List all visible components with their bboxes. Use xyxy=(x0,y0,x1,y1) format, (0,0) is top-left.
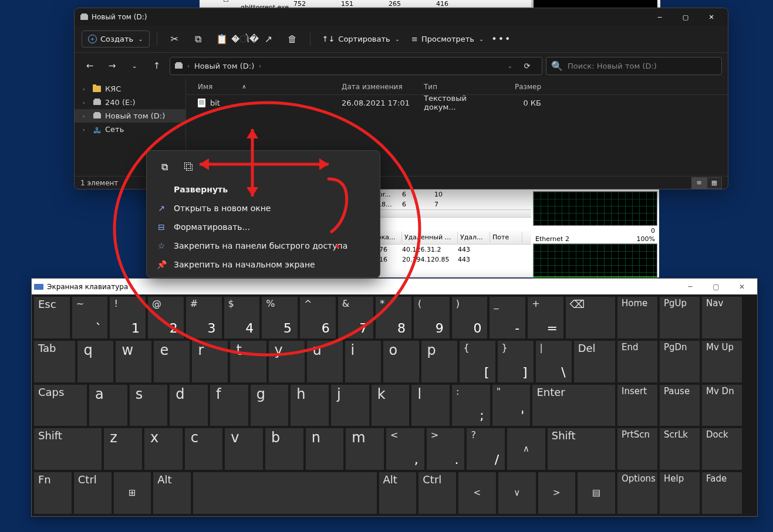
key-<[interactable]: < xyxy=(458,472,496,514)
key-+[interactable]: += xyxy=(528,297,563,338)
key-x[interactable]: x xyxy=(144,428,183,470)
key-mv up[interactable]: Mv Up xyxy=(702,341,742,382)
key-o[interactable]: o xyxy=(383,341,419,382)
key-scrlk[interactable]: ScrLk xyxy=(660,428,700,470)
menu-item-expand[interactable]: Развернуть xyxy=(147,180,380,199)
key-insert[interactable]: Insert xyxy=(617,385,657,426)
key-▤[interactable]: ▤ xyxy=(578,472,615,514)
key-a[interactable]: a xyxy=(89,385,127,426)
up-button[interactable]: ↑ xyxy=(147,57,166,74)
key->[interactable]: >. xyxy=(427,428,465,470)
key-$[interactable]: $4 xyxy=(224,297,260,338)
key-|[interactable]: |\ xyxy=(536,341,572,382)
rename-button[interactable]: �ો� xyxy=(235,30,256,49)
key-Shift[interactable]: Shift xyxy=(548,428,615,470)
view-button[interactable]: ≡ Просмотреть ⌄ xyxy=(407,31,488,47)
key-f[interactable]: f xyxy=(210,385,248,426)
key-<[interactable]: <, xyxy=(386,428,424,470)
key-"[interactable]: "' xyxy=(492,385,531,426)
key-g[interactable]: g xyxy=(251,385,289,426)
tree-item-selected[interactable]: › Новый том (D:) xyxy=(75,109,185,123)
key-~[interactable]: ~` xyxy=(72,297,108,338)
key-∧[interactable]: ∧ xyxy=(507,428,545,470)
copy-button[interactable]: ⧉ xyxy=(188,30,209,49)
key-Fn[interactable]: Fn xyxy=(34,472,72,514)
key-Enter[interactable]: Enter xyxy=(532,385,615,426)
minimize-button[interactable]: ─ xyxy=(677,283,703,291)
key-Ctrl[interactable]: Ctrl xyxy=(418,472,456,514)
key-i[interactable]: i xyxy=(345,341,381,382)
key-home[interactable]: Home xyxy=(617,297,657,338)
key->[interactable]: > xyxy=(538,472,576,514)
key-Esc[interactable]: Esc xyxy=(34,297,70,338)
key-&[interactable]: &7 xyxy=(338,297,374,338)
tiles-view-button[interactable]: ▦ xyxy=(707,177,722,189)
share-button[interactable]: ↗ xyxy=(258,30,279,49)
more-button[interactable]: ••• xyxy=(491,30,512,49)
forward-button[interactable]: → xyxy=(103,57,121,74)
maximize-button[interactable]: ▢ xyxy=(673,9,698,25)
key-help[interactable]: Help xyxy=(660,472,700,514)
osk-titlebar[interactable]: Экранная клавиатура ─ ▢ ✕ xyxy=(32,279,757,294)
key-t[interactable]: t xyxy=(230,341,266,382)
back-button[interactable]: ← xyxy=(80,57,99,74)
menu-item-open-new-window[interactable]: ↗ Открыть в новом окне xyxy=(147,199,380,218)
key-pgdn[interactable]: PgDn xyxy=(660,341,700,382)
key-}[interactable]: }] xyxy=(498,341,534,382)
key-Tab[interactable]: Tab xyxy=(34,341,75,382)
key-nav[interactable]: Nav xyxy=(702,297,742,338)
key-u[interactable]: u xyxy=(307,341,343,382)
chevron-down-icon[interactable]: ⌄ xyxy=(508,63,512,69)
key-Caps[interactable]: Caps xyxy=(34,385,87,426)
key-∨[interactable]: ∨ xyxy=(498,472,536,514)
key-⊞[interactable]: ⊞ xyxy=(114,472,151,514)
key-:[interactable]: :; xyxy=(452,385,490,426)
key-j[interactable]: j xyxy=(331,385,369,426)
search-input[interactable] xyxy=(568,62,717,70)
key-d[interactable]: d xyxy=(170,385,208,426)
key-fade[interactable]: Fade xyxy=(702,472,742,514)
close-button[interactable]: ✕ xyxy=(698,9,724,25)
key-p[interactable]: p xyxy=(421,341,457,382)
key-Ctrl[interactable]: Ctrl xyxy=(74,472,112,514)
key-pgup[interactable]: PgUp xyxy=(660,297,700,338)
key-r[interactable]: r xyxy=(192,341,228,382)
key-q[interactable]: q xyxy=(77,341,113,382)
key-dock[interactable]: Dock xyxy=(702,428,742,470)
breadcrumb[interactable]: › Новый том (D:) › ⌄ ⟳ xyxy=(170,57,542,75)
key-s[interactable]: s xyxy=(130,385,168,426)
menu-item-pin-quick[interactable]: ☆ Закрепить на панели быстрого доступа xyxy=(147,236,380,255)
key-z[interactable]: z xyxy=(104,428,142,470)
search-box[interactable]: 🔍 xyxy=(546,57,722,75)
key-h[interactable]: h xyxy=(291,385,329,426)
details-view-button[interactable]: ≡ xyxy=(691,177,707,189)
key-?[interactable]: ?/ xyxy=(467,428,505,470)
key-w[interactable]: w xyxy=(116,341,151,382)
key-options[interactable]: Options xyxy=(617,472,657,514)
key-y[interactable]: y xyxy=(269,341,305,382)
key-)[interactable]: )0 xyxy=(452,297,488,338)
tree-item[interactable]: › КЯС xyxy=(75,82,185,96)
key-space[interactable] xyxy=(193,472,377,514)
key-Del[interactable]: Del xyxy=(574,341,615,382)
key-^[interactable]: ^6 xyxy=(300,297,336,338)
key-e[interactable]: e xyxy=(154,341,190,382)
menu-item-pin-start[interactable]: 📌 Закрепить на начальном экране xyxy=(147,255,380,274)
key-Alt[interactable]: Alt xyxy=(153,472,191,514)
key-Alt[interactable]: Alt xyxy=(379,472,417,514)
rename-button[interactable]: ⿻ xyxy=(180,158,198,175)
key-k[interactable]: k xyxy=(372,385,410,426)
titlebar[interactable]: Новый том (D:) ─ ▢ ✕ xyxy=(75,8,728,26)
refresh-button[interactable]: ⟳ xyxy=(517,57,537,75)
key-([interactable]: (9 xyxy=(414,297,450,338)
maximize-button[interactable]: ▢ xyxy=(703,283,729,291)
paste-button[interactable]: 📋 xyxy=(211,30,232,49)
key-#[interactable]: #3 xyxy=(186,297,222,338)
key-@[interactable]: @2 xyxy=(148,297,184,338)
menu-item-format[interactable]: ⊟ Форматировать... xyxy=(147,218,380,236)
key-c[interactable]: c xyxy=(185,428,223,470)
sort-button[interactable]: ↑↓ Сортировать ⌄ xyxy=(318,31,405,47)
key-*[interactable]: *8 xyxy=(376,297,411,338)
list-header[interactable]: Имя∧ Дата изменения Тип Размер xyxy=(186,79,728,95)
key-n[interactable]: n xyxy=(306,428,344,470)
